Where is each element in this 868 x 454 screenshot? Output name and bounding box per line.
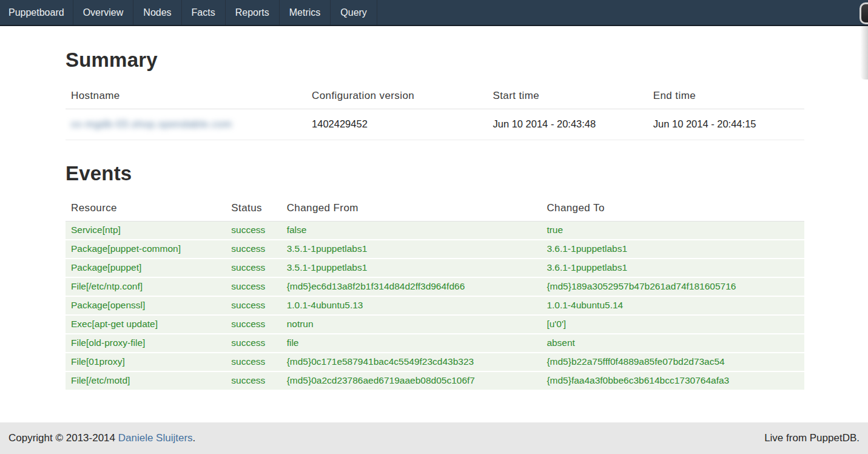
event-from-cell: file [281, 334, 542, 353]
table-row: Package[puppet]success3.5.1-1puppetlabs1… [66, 259, 804, 277]
event-to-cell: 1.0.1-4ubuntu5.14 [541, 296, 804, 315]
nav-item-reports[interactable]: Reports [226, 0, 280, 25]
event-to-cell: {md5}189a3052957b47b261ad74f181605716 [541, 277, 804, 296]
event-resource-cell: Service[ntp] [66, 222, 226, 240]
hostname-link-redacted[interactable]: xx-mgdb-03.shop.spendable.com [71, 119, 232, 130]
nav-item-facts[interactable]: Facts [182, 0, 226, 25]
main-content: Summary Hostname Configuration version S… [66, 49, 804, 391]
summary-config-version-cell: 1402429452 [306, 109, 487, 140]
events-col-status: Status [226, 197, 281, 222]
table-row: Package[puppet-common]success3.5.1-1pupp… [66, 240, 804, 259]
copyright-period: . [193, 432, 196, 444]
table-row: Service[ntp]successfalsetrue [66, 222, 804, 240]
summary-col-hostname: Hostname [66, 85, 306, 109]
event-status-cell: success [226, 353, 281, 371]
event-status-cell: success [226, 296, 281, 315]
table-row: Package[openssl]success1.0.1-4ubuntu5.13… [66, 296, 804, 315]
nav-item-nodes[interactable]: Nodes [133, 0, 181, 25]
event-from-cell: {md5}ec6d13a8f2b1f314d84d2ff3d964fd66 [281, 277, 542, 296]
event-from-cell: false [281, 222, 542, 240]
event-to-cell: 3.6.1-1puppetlabs1 [541, 240, 804, 259]
event-resource-cell: Package[openssl] [66, 296, 226, 315]
table-row: File[/etc/motd]success{md5}0a2cd23786aed… [66, 371, 804, 390]
event-to-cell: 3.6.1-1puppetlabs1 [541, 259, 804, 277]
event-to-cell: {md5}b22a75fff0f4889a85fe07bd2d73ac54 [541, 353, 804, 371]
event-status-cell: success [226, 371, 281, 390]
browser-overlay-shadow [860, 26, 868, 80]
event-status-cell: success [226, 259, 281, 277]
event-status-cell: success [226, 315, 281, 334]
events-col-changed-to: Changed To [541, 197, 804, 222]
author-link[interactable]: Daniele Sluijters [118, 432, 193, 444]
event-resource-cell: Package[puppet] [66, 259, 226, 277]
event-from-cell: 3.5.1-1puppetlabs1 [281, 259, 542, 277]
navbar-brand[interactable]: Puppetboard [0, 0, 73, 25]
event-to-cell: [u'0'] [541, 315, 804, 334]
summary-end-time-cell: Jun 10 2014 - 20:44:15 [648, 109, 804, 140]
summary-heading: Summary [66, 49, 804, 72]
event-status-cell: success [226, 222, 281, 240]
nav-item-metrics[interactable]: Metrics [280, 0, 331, 25]
footer-live-status: Live from PuppetDB. [764, 432, 860, 444]
event-from-cell: {md5}0c171e587941bac4c5549f23cd43b323 [281, 353, 542, 371]
footer: Copyright © 2013-2014 Daniele Sluijters.… [0, 422, 868, 454]
summary-col-end-time: End time [648, 85, 804, 109]
summary-row: xx-mgdb-03.shop.spendable.com 1402429452… [66, 109, 804, 140]
events-table: Resource Status Changed From Changed To … [66, 197, 804, 391]
events-col-changed-from: Changed From [281, 197, 542, 222]
nav-item-query[interactable]: Query [331, 0, 377, 25]
event-resource-cell: Package[puppet-common] [66, 240, 226, 259]
footer-copyright: Copyright © 2013-2014 Daniele Sluijters. [8, 432, 195, 444]
summary-hostname-cell: xx-mgdb-03.shop.spendable.com [66, 109, 306, 140]
summary-header-row: Hostname Configuration version Start tim… [66, 85, 804, 109]
event-status-cell: success [226, 334, 281, 353]
event-resource-cell: File[/etc/ntp.conf] [66, 277, 226, 296]
event-to-cell: true [541, 222, 804, 240]
event-to-cell: {md5}faa4a3f0bbe6c3b614bcc1730764afa3 [541, 371, 804, 390]
table-row: File[old-proxy-file]successfileabsent [66, 334, 804, 353]
event-status-cell: success [226, 240, 281, 259]
events-col-resource: Resource [66, 197, 226, 222]
event-resource-cell: File[old-proxy-file] [66, 334, 226, 353]
navbar: Puppetboard Overview Nodes Facts Reports… [0, 0, 868, 26]
event-from-cell: {md5}0a2cd23786aed6719aaeb08d05c106f7 [281, 371, 542, 390]
event-from-cell: 1.0.1-4ubuntu5.13 [281, 296, 542, 315]
event-resource-cell: File[01proxy] [66, 353, 226, 371]
summary-table: Hostname Configuration version Start tim… [66, 85, 804, 140]
table-row: File[01proxy]success{md5}0c171e587941bac… [66, 353, 804, 371]
event-status-cell: success [226, 277, 281, 296]
event-from-cell: notrun [281, 315, 542, 334]
event-resource-cell: File[/etc/motd] [66, 371, 226, 390]
nav-item-overview[interactable]: Overview [73, 0, 134, 25]
events-heading: Events [66, 162, 804, 185]
events-header-row: Resource Status Changed From Changed To [66, 197, 804, 222]
summary-col-start-time: Start time [487, 85, 647, 109]
event-resource-cell: Exec[apt-get update] [66, 315, 226, 334]
table-row: Exec[apt-get update]successnotrun[u'0'] [66, 315, 804, 334]
summary-col-config-version: Configuration version [306, 85, 487, 109]
table-row: File[/etc/ntp.conf]success{md5}ec6d13a8f… [66, 277, 804, 296]
copyright-text: Copyright © 2013-2014 [8, 432, 118, 444]
summary-start-time-cell: Jun 10 2014 - 20:43:48 [487, 109, 647, 140]
event-from-cell: 3.5.1-1puppetlabs1 [281, 240, 542, 259]
event-to-cell: absent [541, 334, 804, 353]
browser-overlay-handle[interactable] [860, 2, 868, 24]
